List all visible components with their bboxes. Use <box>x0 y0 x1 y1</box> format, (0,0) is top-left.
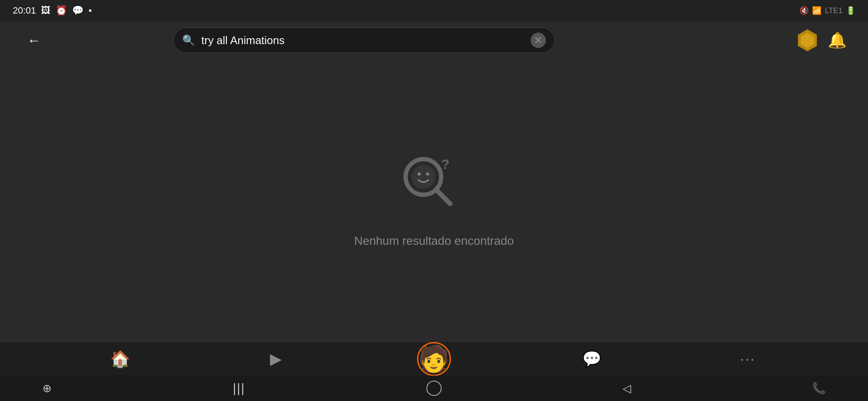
status-time: 20:01 <box>13 5 36 16</box>
svg-point-2 <box>412 165 435 189</box>
svg-point-3 <box>418 172 421 175</box>
bottom-nav: 🏠 ▶ 🧑 💬 ··· <box>0 342 868 376</box>
avatar-icon: 🧑 <box>418 343 450 375</box>
system-nav-accessibility[interactable]: ⊕ <box>42 382 52 395</box>
system-nav: ⊕ ||| ◁ 📞 <box>0 376 868 401</box>
top-bar-right: 🔔 <box>796 28 847 52</box>
more-icon: ··· <box>740 350 755 368</box>
svg-text:?: ? <box>441 157 450 172</box>
svg-line-1 <box>437 191 450 204</box>
status-image-icon: 🖼 <box>41 5 50 16</box>
main-content: ? Nenhum resultado encontrado <box>0 59 868 342</box>
svg-point-4 <box>426 172 429 175</box>
status-wifi-icon: LTE1 <box>825 6 843 15</box>
system-nav-back[interactable]: ◁ <box>623 382 631 395</box>
chat-icon: 💬 <box>582 350 601 368</box>
nav-avatar[interactable]: 🧑 <box>417 342 451 376</box>
play-icon: ▶ <box>270 350 282 368</box>
search-input-wrapper: 🔍 ✕ <box>173 28 555 53</box>
no-results-icon: ? <box>400 154 468 222</box>
nav-chat[interactable]: 💬 <box>577 344 607 374</box>
notification-bell-icon[interactable]: 🔔 <box>828 31 847 49</box>
status-signal-icon: 📶 <box>812 6 821 15</box>
search-clear-button[interactable]: ✕ <box>531 33 546 48</box>
search-icon: 🔍 <box>182 34 195 46</box>
no-results-text: Nenhum resultado encontrado <box>354 234 514 248</box>
status-whatsapp-icon: 💬 <box>72 5 83 16</box>
status-dot-icon: • <box>89 5 92 16</box>
nav-more[interactable]: ··· <box>733 344 762 374</box>
status-battery-icon: 🔋 <box>846 6 855 15</box>
system-nav-recents[interactable]: ||| <box>233 381 245 395</box>
nav-play[interactable]: ▶ <box>261 344 291 374</box>
search-input[interactable] <box>201 34 524 47</box>
system-nav-home[interactable] <box>426 381 442 396</box>
search-bar: 🔍 ✕ <box>173 28 555 53</box>
status-alarm-icon: ⏰ <box>56 5 67 16</box>
back-button[interactable]: ← <box>21 28 47 53</box>
roblox-settings-icon[interactable] <box>796 28 819 52</box>
no-results-container: ? Nenhum resultado encontrado <box>354 154 514 248</box>
status-bar-left: 20:01 🖼 ⏰ 💬 • <box>13 5 92 16</box>
status-bar-right: 🔇 📶 LTE1 🔋 <box>799 6 855 15</box>
home-icon: 🏠 <box>110 350 130 368</box>
system-nav-phone[interactable]: 📞 <box>812 382 826 395</box>
status-mute-icon: 🔇 <box>799 6 809 15</box>
nav-home[interactable]: 🏠 <box>106 344 135 374</box>
status-bar: 20:01 🖼 ⏰ 💬 • 🔇 📶 LTE1 🔋 <box>0 0 868 21</box>
top-bar: ← 🔍 ✕ 🔔 <box>0 21 868 59</box>
